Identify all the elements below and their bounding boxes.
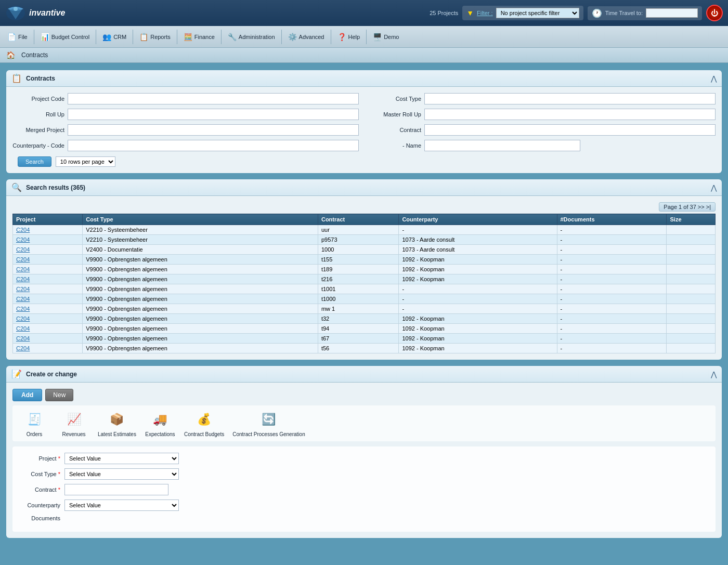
- new-button[interactable]: New: [45, 389, 73, 401]
- create-counterparty-label: Counterparty: [19, 502, 60, 508]
- nav-item-file[interactable]: 📄 File: [3, 31, 32, 43]
- filter-area: ▼ Filter : No project specific filter: [462, 6, 583, 20]
- create-contract-input[interactable]: [64, 484, 168, 495]
- action-contract-budgets[interactable]: 💰 Contract Budgets: [184, 410, 224, 437]
- contract-input[interactable]: [424, 124, 716, 136]
- action-latest-estimates[interactable]: 📦 Latest Estimates: [98, 410, 136, 437]
- nav-item-reports[interactable]: 📋 Reports: [135, 31, 175, 43]
- search-results-collapse-button[interactable]: ⋀: [711, 183, 717, 192]
- cell-project: C204: [13, 274, 83, 284]
- action-contract-processes[interactable]: 🔄 Contract Processes Generation: [232, 410, 305, 437]
- results-table-header-row: Project Cost Type Contract Counterparty …: [13, 214, 716, 225]
- nav-item-demo[interactable]: 🖥️ Demo: [369, 31, 403, 43]
- cell-contract: mw 1: [318, 304, 398, 314]
- contracts-panel: 📋 Contracts ⋀ Project Code Roll Up: [6, 70, 722, 173]
- create-cost-type-select-wrapper: Select Value: [64, 468, 179, 480]
- name-input[interactable]: [424, 140, 580, 151]
- table-row: C204 V2400 - Documentatie 1000 1073 - Aa…: [13, 245, 716, 255]
- action-orders[interactable]: 🧾 Orders: [19, 410, 50, 437]
- cell-contract: t56: [318, 344, 398, 353]
- search-button[interactable]: Search: [18, 156, 51, 167]
- project-link[interactable]: C204: [16, 306, 30, 312]
- nav-item-budget-control[interactable]: 📊 Budget Control: [36, 31, 94, 43]
- project-link[interactable]: C204: [16, 335, 30, 341]
- create-project-select[interactable]: Select Value: [64, 453, 179, 464]
- nav-item-crm[interactable]: 👥 CRM: [98, 31, 131, 43]
- cell-documents: -: [557, 334, 667, 344]
- rows-per-page-select[interactable]: 10 rows per page 25 rows per page 50 row…: [56, 156, 115, 167]
- breadcrumb: 🏠 Contracts: [0, 48, 728, 63]
- master-roll-up-input[interactable]: [424, 109, 716, 120]
- create-cost-type-select[interactable]: Select Value: [64, 468, 179, 480]
- nav-label-advanced: Advanced: [299, 34, 324, 40]
- create-buttons-row: Add New: [12, 389, 716, 401]
- project-code-row: Project Code: [12, 93, 359, 104]
- project-link[interactable]: C204: [16, 266, 30, 272]
- roll-up-input[interactable]: [68, 109, 359, 120]
- cell-project: C204: [13, 284, 83, 294]
- nav-divider-3: [133, 30, 133, 44]
- project-link[interactable]: C204: [16, 276, 30, 282]
- cell-contract: t32: [318, 314, 398, 324]
- cell-cost-type: V2210 - Systeembeheer: [83, 225, 318, 235]
- table-row: C204 V9900 - Opbrengsten algemeen t1001 …: [13, 284, 716, 294]
- counterparty-code-row: Counterparty - Code: [12, 140, 359, 151]
- project-code-input[interactable]: [68, 93, 359, 104]
- pagination-control[interactable]: Page 1 of 37 >> >|: [659, 202, 716, 212]
- cell-contract: t94: [318, 324, 398, 334]
- latest-estimates-icon: 📦: [107, 410, 127, 429]
- project-link[interactable]: C204: [16, 325, 30, 332]
- action-expectations[interactable]: 🚚 Expectations: [145, 410, 176, 437]
- time-travel-input[interactable]: [646, 8, 698, 18]
- create-section-collapse-button[interactable]: ⋀: [711, 370, 717, 378]
- power-button[interactable]: ⏻: [706, 5, 723, 21]
- create-counterparty-select[interactable]: Select Value: [64, 500, 179, 511]
- create-project-select-wrapper: Select Value: [64, 453, 179, 464]
- top-right-controls: 25 Projects ▼ Filter : No project specif…: [430, 5, 723, 21]
- cell-size: [667, 314, 716, 324]
- cell-project: C204: [13, 334, 83, 344]
- cost-type-input[interactable]: [424, 93, 716, 104]
- logo-text: invantive: [29, 8, 65, 18]
- cell-project: C204: [13, 324, 83, 334]
- demo-icon: 🖥️: [373, 33, 382, 41]
- project-link[interactable]: C204: [16, 246, 30, 253]
- svg-point-1: [14, 7, 18, 11]
- counterparty-code-input[interactable]: [68, 140, 359, 151]
- main-content: 📋 Contracts ⋀ Project Code Roll Up: [0, 67, 728, 547]
- cell-counterparty: 1092 - Koopman: [399, 265, 557, 274]
- project-link[interactable]: C204: [16, 227, 30, 233]
- cell-documents: -: [557, 235, 667, 245]
- add-button[interactable]: Add: [12, 389, 42, 401]
- orders-label: Orders: [27, 431, 43, 437]
- results-header-row: Page 1 of 37 >> >|: [12, 202, 716, 212]
- project-link[interactable]: C204: [16, 345, 30, 351]
- filter-select[interactable]: No project specific filter: [496, 8, 579, 18]
- search-results-body: Page 1 of 37 >> >| Project Cost Type Con…: [6, 196, 722, 360]
- logo-area: invantive: [5, 4, 65, 22]
- nav-item-finance[interactable]: 🧮 Finance: [179, 31, 219, 43]
- nav-item-help[interactable]: ❓ Help: [333, 31, 365, 43]
- project-link[interactable]: C204: [16, 316, 30, 322]
- latest-estimates-label: Latest Estimates: [98, 431, 136, 437]
- contracts-collapse-button[interactable]: ⋀: [711, 74, 717, 83]
- project-link[interactable]: C204: [16, 256, 30, 262]
- home-icon[interactable]: 🏠: [6, 51, 15, 59]
- merged-project-input[interactable]: [68, 124, 359, 136]
- project-link[interactable]: C204: [16, 236, 30, 243]
- cell-contract: uur: [318, 225, 398, 235]
- filter-link[interactable]: Filter :: [477, 10, 493, 16]
- nav-item-advanced[interactable]: ⚙️ Advanced: [284, 31, 329, 43]
- contracts-form-grid: Project Code Roll Up Merged Project Coun…: [12, 93, 716, 151]
- cell-size: [667, 265, 716, 274]
- cell-contract: t216: [318, 274, 398, 284]
- create-panel: 📝 Create or change ⋀ Add New 🧾 Orders 📈 …: [6, 366, 722, 538]
- project-link[interactable]: C204: [16, 286, 30, 292]
- nav-label-finance: Finance: [194, 34, 215, 40]
- action-revenues[interactable]: 📈 Revenues: [58, 410, 89, 437]
- name-row: - Name: [369, 140, 716, 151]
- create-contract-label: Contract *: [19, 487, 60, 493]
- project-link[interactable]: C204: [16, 296, 30, 302]
- nav-item-administration[interactable]: 🔧 Administration: [224, 31, 279, 43]
- nav-divider-7: [331, 30, 331, 44]
